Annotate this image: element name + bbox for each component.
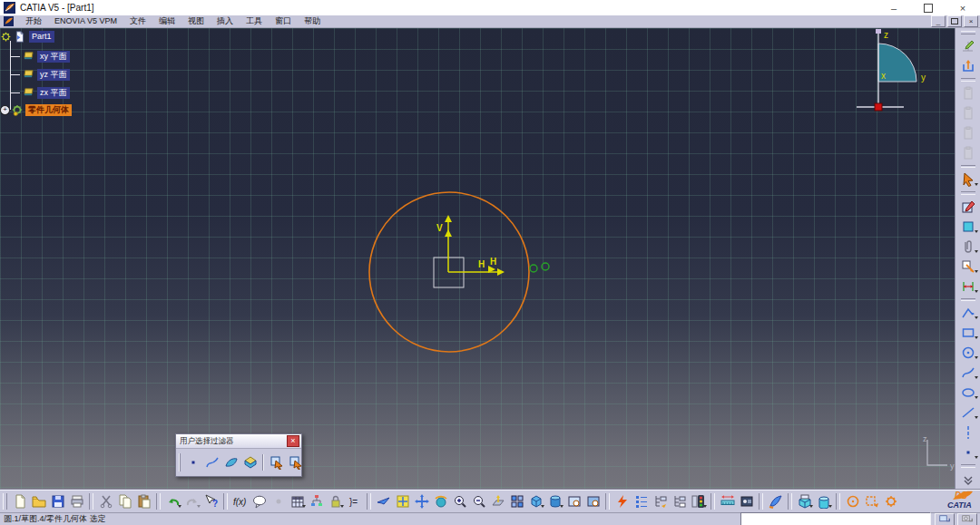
zoom-out-button[interactable]: [469, 491, 488, 511]
user-selection-filter-toolbar[interactable]: 用户选择过滤器 ×: [175, 433, 302, 477]
copy-button[interactable]: [115, 491, 134, 511]
paste-button[interactable]: [134, 491, 153, 511]
menu-item-edit[interactable]: 编辑: [152, 16, 181, 25]
catalog-browser-1-button[interactable]: [795, 491, 814, 511]
open-file-button[interactable]: [29, 491, 48, 511]
surface-filter-button[interactable]: [221, 452, 240, 472]
sketcher-button[interactable]: [957, 36, 979, 56]
tree-node-part-body[interactable]: + 零件几何体: [0, 103, 72, 117]
measure-item-button[interactable]: [737, 491, 756, 511]
menu-item-enovia[interactable]: ENOVIA V5 VPM: [48, 16, 123, 25]
catalog-tree-button[interactable]: [307, 491, 326, 511]
zoom-in-button[interactable]: [450, 491, 469, 511]
undo-button[interactable]: [163, 491, 182, 511]
sketch-edit-button[interactable]: [957, 197, 979, 217]
cut-button[interactable]: [96, 491, 115, 511]
menu-item-tools[interactable]: 工具: [240, 16, 269, 25]
lock-button[interactable]: [326, 491, 345, 511]
design-table-button[interactable]: [288, 491, 307, 511]
rotate-button[interactable]: [431, 491, 450, 511]
command-list-button[interactable]: [957, 513, 977, 525]
close-icon[interactable]: ×: [287, 435, 299, 447]
menu-item-help[interactable]: 帮助: [298, 16, 327, 25]
menu-item-insert[interactable]: 插入: [211, 16, 240, 25]
swap-visible-space-button[interactable]: [689, 491, 708, 511]
power-input[interactable]: [740, 512, 931, 525]
tree-expander-icon[interactable]: +: [0, 105, 10, 115]
tree-node-yz-plane-label[interactable]: yz 平面: [37, 69, 70, 81]
graphic-properties-button[interactable]: [766, 491, 785, 511]
geometrical-element-filter-button[interactable]: [286, 452, 305, 472]
more-tools-button[interactable]: [957, 470, 979, 490]
minimize-button[interactable]: –: [877, 0, 911, 15]
tree-node-part-body-label[interactable]: 零件几何体: [25, 104, 72, 116]
iso-view-button[interactable]: [526, 491, 545, 511]
line-button[interactable]: [957, 403, 979, 423]
formula-button[interactable]: f(x): [230, 491, 250, 511]
filter-toolbar-titlebar[interactable]: 用户选择过滤器 ×: [176, 434, 301, 449]
conic-button[interactable]: [957, 383, 979, 403]
spline-button[interactable]: [957, 363, 979, 383]
point-button[interactable]: [957, 442, 979, 462]
expand-tree-1-button[interactable]: [651, 491, 670, 511]
whats-this-button[interactable]: ?: [201, 491, 220, 511]
curve-filter-button[interactable]: [202, 452, 221, 472]
point-filter-button[interactable]: [183, 452, 202, 472]
tree-node-part1-label[interactable]: Part1: [29, 31, 54, 43]
tree-node-xy-plane-label[interactable]: xy 平面: [37, 51, 70, 63]
volume-filter-button[interactable]: [240, 452, 260, 472]
tree-node-zx-plane[interactable]: zx 平面: [11, 86, 70, 100]
new-file-button[interactable]: [10, 491, 29, 511]
view-mode-1-button[interactable]: [564, 491, 583, 511]
attachment-button[interactable]: [957, 237, 979, 257]
fly-mode-button[interactable]: [374, 491, 393, 511]
constraint-symbol-2[interactable]: [542, 263, 549, 270]
menu-item-view[interactable]: 视图: [181, 16, 211, 25]
menu-item-window[interactable]: 窗口: [269, 16, 298, 25]
view-mode-2-button[interactable]: [583, 491, 603, 511]
toolbar-grip[interactable]: [179, 453, 181, 472]
relations-button[interactable]: }=: [345, 491, 364, 511]
axis-button[interactable]: [957, 423, 979, 442]
toolbar-grip[interactable]: [3, 493, 7, 510]
sketch-surface-button[interactable]: [957, 217, 979, 237]
pan-button[interactable]: [412, 491, 431, 511]
multi-view-button[interactable]: [507, 491, 526, 511]
print-button[interactable]: [67, 491, 86, 511]
sketch-tool-profile-button[interactable]: [862, 491, 881, 511]
constraint-symbol-1[interactable]: [530, 265, 537, 272]
menu-item-start[interactable]: 开始: [19, 16, 48, 25]
exit-workbench-button[interactable]: [957, 56, 979, 76]
expand-tree-2-button[interactable]: [670, 491, 689, 511]
sketch-tool-circle-button[interactable]: [843, 491, 862, 511]
hide-show-button[interactable]: [612, 491, 632, 511]
viewport-3d[interactable]: V H H z x y z y Part1: [0, 28, 955, 490]
dialog-toggle-button[interactable]: [935, 513, 955, 525]
profile-button[interactable]: [957, 303, 979, 323]
close-button[interactable]: ×: [946, 0, 980, 15]
compass[interactable]: z x y: [844, 28, 955, 119]
compass-base-handle[interactable]: [875, 103, 882, 111]
normal-view-button[interactable]: [488, 491, 507, 511]
maximize-button[interactable]: [911, 0, 946, 15]
measure-between-button[interactable]: [718, 491, 737, 511]
toolbar-grip[interactable]: [961, 31, 975, 34]
sketch-tool-gear-button[interactable]: [881, 491, 900, 511]
tree-node-yz-plane[interactable]: yz 平面: [11, 68, 70, 82]
comment-button[interactable]: [250, 491, 269, 511]
mdi-close-button[interactable]: ×: [964, 15, 978, 27]
compass-z-handle[interactable]: [876, 29, 881, 34]
tree-node-root[interactable]: Part1: [0, 30, 54, 44]
select-button[interactable]: [957, 170, 979, 190]
circle-button[interactable]: [957, 343, 979, 363]
tree-node-zx-plane-label[interactable]: zx 平面: [37, 87, 70, 99]
feature-element-filter-button[interactable]: [267, 452, 286, 472]
mdi-restore-button[interactable]: [947, 15, 962, 27]
constraint-button[interactable]: [957, 277, 979, 297]
save-button[interactable]: [48, 491, 67, 511]
fit-all-in-button[interactable]: [393, 491, 412, 511]
render-style-button[interactable]: [545, 491, 564, 511]
output-feature-button[interactable]: [957, 257, 979, 277]
mdi-minimize-button[interactable]: _: [931, 15, 946, 27]
tree-node-xy-plane[interactable]: xy 平面: [11, 50, 70, 63]
